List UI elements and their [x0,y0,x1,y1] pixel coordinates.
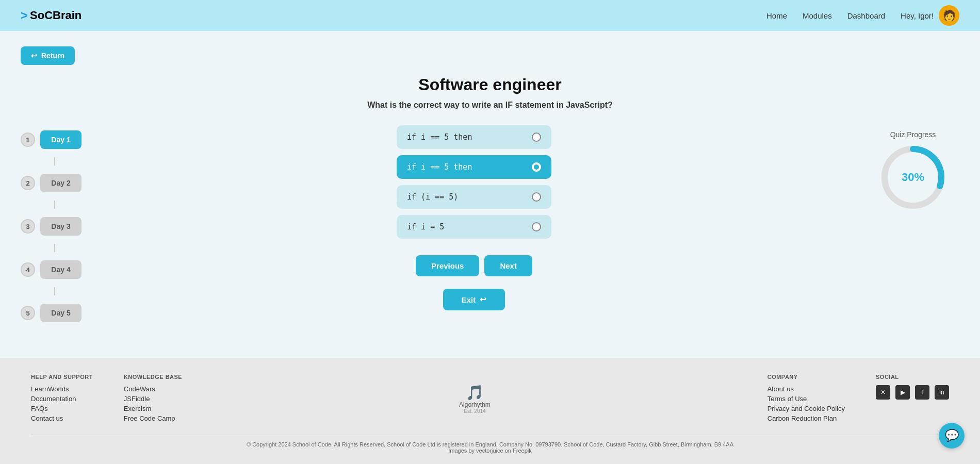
quiz-area: if i == 5 then if i == 5 then if (i == 5… [102,125,846,310]
day-button-5[interactable]: Day 5 [40,304,81,322]
exit-icon: ↩ [480,295,486,304]
day-button-1[interactable]: Day 1 [40,130,81,149]
day-item-5: 5 Day 5 [21,304,81,322]
nav-links: Home Modules Dashboard Hey, Igor! 🧑 [766,5,959,26]
copyright-text: © Copyright 2024 School of Code. All Rig… [31,441,949,448]
algorhythm-logo: 🎵 Algorhythm Est. 2014 [459,384,491,414]
progress-percent: 30% [902,171,924,184]
day-connector-1 [54,157,55,165]
answer-text-4: if i = 5 [407,222,444,231]
day-button-2[interactable]: Day 2 [40,174,81,192]
footer-exercism[interactable]: Exercism [124,405,182,412]
header: > SoCBrain Home Modules Dashboard Hey, I… [0,0,980,31]
answer-text-2: if i == 5 then [407,162,472,172]
social-icons: ✕ ▶ f in [876,385,949,400]
main-content: ↩ Return Software engineer What is the c… [0,31,980,358]
day-connector-3 [54,244,55,252]
progress-area: Quiz Progress 30% [867,125,959,211]
day-connector-4 [54,287,55,295]
footer-privacy[interactable]: Privacy and Cookie Policy [767,405,845,412]
next-button[interactable]: Next [484,255,532,276]
footer-freecodecamp[interactable]: Free Code Camp [124,415,182,422]
footer-documentation[interactable]: Documentation [31,395,93,403]
footer-bottom: © Copyright 2024 School of Code. All Rig… [31,435,949,454]
day-item-2: 2 Day 2 [21,174,81,192]
footer-social: SOCIAL ✕ ▶ f in [876,374,949,424]
answer-option-2[interactable]: if i == 5 then [397,155,551,179]
day-number-2: 2 [21,176,35,190]
return-button[interactable]: ↩ Return [21,46,75,65]
page-title: Software engineer [21,75,959,94]
day-number-4: 4 [21,262,35,277]
footer: HELP AND SUPPORT LearnWorlds Documentati… [0,358,980,464]
return-icon: ↩ [31,52,37,60]
footer-company-heading: COMPANY [767,374,845,380]
logo-text: SoCBrain [30,9,81,22]
days-sidebar: 1 Day 1 2 Day 2 3 Day 3 4 Day 4 5 Day 5 [21,125,81,322]
exit-label: Exit [462,295,476,304]
day-item-1: 1 Day 1 [21,130,81,149]
answer-text-1: if i == 5 then [407,132,472,142]
day-number-3: 3 [21,219,35,234]
return-label: Return [41,52,64,60]
nav-modules[interactable]: Modules [803,11,832,20]
footer-right-sections: COMPANY About us Terms of Use Privacy an… [767,374,949,424]
progress-circle: 30% [879,144,946,211]
linkedin-icon[interactable]: in [935,385,949,400]
user-section: Hey, Igor! 🧑 [901,5,959,26]
day-item-3: 3 Day 3 [21,217,81,236]
footer-knowledge-base: KNOWLEDGE BASE CodeWars JSFiddle Exercis… [124,374,182,424]
day-number-5: 5 [21,306,35,320]
images-credit: Images by vectorjuice on Freepik [31,448,949,454]
nav-buttons: Previous Next [416,255,532,276]
exit-button[interactable]: Exit ↩ [443,289,505,310]
footer-terms[interactable]: Terms of Use [767,395,845,403]
answer-option-3[interactable]: if (i == 5) [397,185,551,209]
footer-company: COMPANY About us Terms of Use Privacy an… [767,374,845,424]
algorhythm-text: Algorhythm [459,401,491,408]
answer-text-3: if (i == 5) [407,192,458,202]
footer-top: HELP AND SUPPORT LearnWorlds Documentati… [31,374,949,424]
footer-codewars[interactable]: CodeWars [124,385,182,393]
day-connector-2 [54,201,55,209]
avatar[interactable]: 🧑 [939,5,959,26]
radio-dot-2 [534,164,539,170]
question-text: What is the correct way to write an IF s… [21,101,959,110]
footer-center: 🎵 Algorhythm Est. 2014 [213,374,737,424]
logo-arrow-icon: > [21,8,28,23]
footer-social-heading: SOCIAL [876,374,949,380]
nav-home[interactable]: Home [766,11,787,20]
radio-2 [532,162,541,172]
footer-help-heading: HELP AND SUPPORT [31,374,93,380]
radio-4 [532,222,541,231]
content-area: 1 Day 1 2 Day 2 3 Day 3 4 Day 4 5 Day 5 [21,125,959,322]
answer-option-4[interactable]: if i = 5 [397,215,551,239]
day-button-4[interactable]: Day 4 [40,260,81,279]
answer-option-1[interactable]: if i == 5 then [397,125,551,149]
logo: > SoCBrain [21,8,81,23]
day-item-4: 4 Day 4 [21,260,81,279]
footer-knowledge-heading: KNOWLEDGE BASE [124,374,182,380]
footer-jsfiddle[interactable]: JSFiddle [124,395,182,403]
progress-label: Quiz Progress [890,130,936,139]
day-number-1: 1 [21,132,35,147]
radio-1 [532,132,541,142]
radio-3 [532,192,541,202]
facebook-icon[interactable]: f [915,385,929,400]
youtube-icon[interactable]: ▶ [895,385,910,400]
footer-help-support: HELP AND SUPPORT LearnWorlds Documentati… [31,374,93,424]
previous-button[interactable]: Previous [416,255,479,276]
footer-faqs[interactable]: FAQs [31,405,93,412]
footer-contact-us[interactable]: Contact us [31,415,93,422]
nav-dashboard[interactable]: Dashboard [847,11,885,20]
chat-bubble[interactable]: 💬 [939,423,965,449]
twitter-icon[interactable]: ✕ [876,385,890,400]
day-button-3[interactable]: Day 3 [40,217,81,236]
user-greeting: Hey, Igor! [901,11,934,20]
footer-learnworlds[interactable]: LearnWorlds [31,385,93,393]
footer-about-us[interactable]: About us [767,385,845,393]
footer-carbon[interactable]: Carbon Reduction Plan [767,415,845,422]
